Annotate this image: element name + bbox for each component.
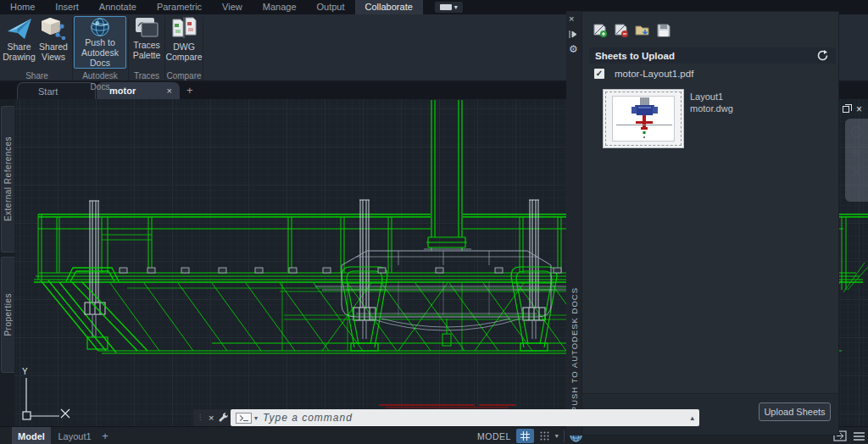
tab-manage[interactable]: Manage — [253, 0, 307, 14]
palette-vertical-title: PUSH TO AUTODESK DOCS — [566, 287, 581, 412]
share-drawing-paper-plane-icon — [6, 16, 33, 42]
command-prompt-icon[interactable] — [236, 413, 252, 424]
command-history-up-icon[interactable]: ▴ — [690, 413, 694, 422]
model-space-indicator[interactable]: MODEL — [477, 431, 511, 441]
new-drawing-icon[interactable]: + — [186, 84, 193, 97]
sheet-file-name: motor-Layout1.pdf — [615, 69, 693, 79]
grid-display-toggle[interactable] — [516, 429, 534, 443]
tab-view[interactable]: View — [212, 0, 253, 14]
button-label: Push to — [85, 37, 115, 47]
push-to-autodesk-docs-palette: × ⚙ PUSH TO AUTODESK DOCS — [566, 11, 839, 436]
tab-collaborate[interactable]: Collaborate — [355, 0, 423, 14]
command-input[interactable]: ▾ Type a command ▴ — [231, 409, 699, 426]
autodesk-docs-globe-icon — [87, 17, 113, 37]
tab-label: Model — [18, 431, 45, 441]
palette-title-bar[interactable]: × ⚙ PUSH TO AUTODESK DOCS — [566, 11, 581, 436]
snap-mode-toggle[interactable] — [539, 430, 550, 441]
ribbon-display-toggle[interactable]: ▾ — [435, 2, 463, 13]
button-label: Palette — [133, 50, 161, 60]
ribbon-group-compare[interactable]: Compare — [165, 70, 203, 81]
restore-window-icon[interactable] — [843, 106, 849, 113]
upload-sheets-button[interactable]: Upload Sheets — [759, 402, 831, 421]
recent-commands-dropdown-icon[interactable]: ▾ — [254, 414, 258, 422]
ribbon-group-share[interactable]: Share — [2, 70, 72, 81]
plus-icon: + — [102, 430, 108, 442]
remove-sheet-icon[interactable] — [614, 23, 629, 38]
button-label: DWG — [173, 42, 195, 52]
tab-home[interactable]: Home — [0, 0, 45, 14]
refresh-icon[interactable] — [816, 49, 829, 62]
snap-settings-dropdown-icon[interactable]: ▾ — [555, 432, 559, 440]
button-label: Upload Sheets — [764, 407, 825, 417]
tab-label: Properties — [3, 293, 13, 336]
share-drawing-button[interactable]: Share Drawing — [2, 16, 36, 69]
tab-label: Start — [38, 86, 58, 97]
drag-handle-icon[interactable]: ⋮ — [197, 416, 203, 419]
ribbon-separator — [203, 18, 203, 80]
dwg-compare-button[interactable]: DWG Compare — [166, 16, 202, 69]
palette-title-text: PUSH TO AUTODESK DOCS — [570, 287, 579, 412]
save-icon[interactable] — [656, 23, 671, 38]
new-layout-icon[interactable]: + — [98, 427, 112, 444]
sheet-list-item[interactable]: ✓ motor-Layout1.pdf — [594, 69, 693, 79]
section-title: Sheets to Upload — [589, 51, 675, 61]
zoom-extents-icon[interactable] — [850, 166, 863, 179]
button-label: Shared — [39, 42, 68, 52]
ribbon-state-icon — [440, 4, 452, 10]
close-palette-icon[interactable]: × — [569, 14, 574, 24]
tab-output[interactable]: Output — [307, 0, 355, 14]
ucs-y-label: Y — [22, 367, 28, 376]
shared-views-button[interactable]: Shared Views — [37, 16, 70, 69]
command-dock: ⋮ × ▾ Type a command ▴ — [193, 409, 699, 426]
layout1-tab[interactable]: Layout1 — [53, 427, 97, 444]
add-sheet-icon[interactable] — [593, 23, 608, 38]
traces-palette-button[interactable]: Traces Palette — [130, 16, 164, 69]
command-dock-controls: ⋮ × — [193, 409, 231, 426]
button-label: Autodesk Docs — [75, 47, 125, 68]
customize-wrench-icon[interactable] — [219, 413, 229, 423]
tab-parametric[interactable]: Parametric — [147, 0, 212, 14]
tab-annotate[interactable]: Annotate — [89, 0, 147, 14]
dwg-compare-icon — [170, 16, 198, 42]
button-label: Share — [7, 42, 31, 52]
traces-palette-icon — [134, 16, 159, 40]
sheet-source-file: motor.dwg — [690, 103, 733, 114]
model-space-tab[interactable]: Model — [12, 427, 51, 444]
button-label: Drawing — [3, 52, 36, 62]
sidebar-tab-external-references[interactable]: External References — [1, 106, 14, 253]
sidebar-tab-properties[interactable]: Properties — [1, 257, 14, 373]
close-tab-icon[interactable]: × — [167, 86, 172, 96]
palette-body: Sheets to Upload ✓ motor-Layout1.pdf — [581, 11, 839, 436]
sheet-checkbox[interactable]: ✓ — [594, 69, 604, 79]
ribbon-group-autodesk-docs[interactable]: Autodesk Docs — [73, 70, 127, 81]
status-separator — [564, 430, 565, 442]
ribbon-group-traces[interactable]: Traces — [129, 70, 164, 81]
button-label: Views — [42, 52, 65, 62]
auto-hide-icon[interactable] — [569, 30, 578, 39]
tab-start-page[interactable]: Start — [17, 82, 96, 99]
palette-toolbar — [593, 23, 671, 38]
close-viewport-icon[interactable]: × — [856, 103, 862, 115]
grid-icon — [520, 430, 531, 441]
close-command-line-icon[interactable]: × — [209, 413, 214, 423]
sheet-layout-name: Layout1 — [690, 91, 733, 103]
open-folder-icon[interactable] — [635, 23, 650, 38]
chevron-down-icon: ▾ — [454, 3, 458, 11]
push-to-autodesk-docs-button[interactable]: Push to Autodesk Docs — [74, 16, 126, 69]
motor-preview-graphic — [613, 97, 676, 142]
autocad-window: Y × Home Insert Annotate Parametric View… — [0, 0, 868, 444]
sheet-meta: Layout1 motor.dwg — [690, 91, 733, 114]
left-palette-strip: External References Properties — [0, 99, 14, 444]
tab-label: Layout1 — [58, 431, 91, 441]
customization-menu-icon[interactable] — [853, 431, 865, 441]
sheets-to-upload-header: Sheets to Upload — [589, 47, 836, 64]
button-label: Traces — [133, 40, 160, 50]
gear-icon[interactable]: ⚙ — [569, 45, 578, 54]
sheet-thumbnail[interactable] — [603, 89, 684, 148]
navigation-bar[interactable] — [845, 119, 868, 202]
tab-insert[interactable]: Insert — [45, 0, 89, 14]
navbar-controls: × — [843, 103, 862, 115]
button-label: Compare — [165, 52, 202, 62]
steering-wheel-icon[interactable] — [850, 125, 863, 138]
pan-hand-icon[interactable] — [850, 146, 863, 158]
